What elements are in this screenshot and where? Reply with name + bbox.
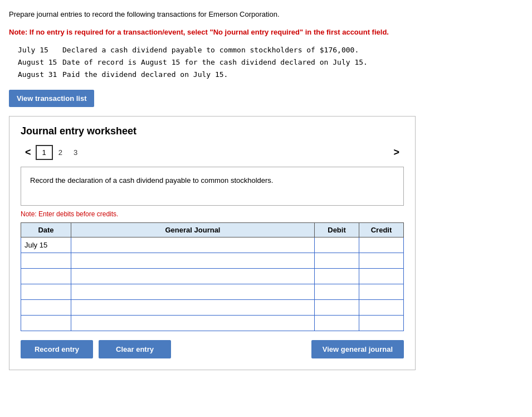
date-cell xyxy=(21,284,71,300)
transaction-item: August 15Date of record is August 15 for… xyxy=(18,56,523,69)
journal-input[interactable] xyxy=(71,253,314,268)
credit-input[interactable] xyxy=(359,269,403,284)
next-tab-button[interactable]: > xyxy=(389,146,404,159)
transaction-item: August 31Paid the dividend declared on J… xyxy=(18,69,523,81)
transaction-list: July 15Declared a cash dividend payable … xyxy=(18,44,523,81)
header-debit: Debit xyxy=(315,223,359,237)
table-row xyxy=(21,300,404,316)
record-entry-button[interactable]: Record entry xyxy=(21,340,93,358)
debit-cell[interactable] xyxy=(315,284,359,300)
date-cell xyxy=(21,253,71,269)
tx-text: Date of record is August 15 for the cash… xyxy=(62,58,368,66)
entry-description: Record the declaration of a cash dividen… xyxy=(21,167,404,206)
date-cell xyxy=(21,300,71,316)
worksheet-title: Journal entry worksheet xyxy=(21,125,404,137)
journal-cell[interactable] xyxy=(71,269,315,284)
date-cell xyxy=(21,316,71,331)
debit-input[interactable] xyxy=(315,253,359,268)
debit-input[interactable] xyxy=(315,269,359,284)
header-general-journal: General Journal xyxy=(71,223,315,237)
journal-cell[interactable] xyxy=(71,253,315,269)
table-row xyxy=(21,253,404,269)
intro-line1: Prepare journal entries to record the fo… xyxy=(9,9,523,20)
credit-cell[interactable] xyxy=(359,237,404,253)
debit-input[interactable] xyxy=(315,237,359,253)
prev-tab-button[interactable]: < xyxy=(21,146,36,159)
debit-input[interactable] xyxy=(315,284,359,299)
journal-input[interactable] xyxy=(71,269,314,284)
journal-table: Date General Journal Debit Credit July 1… xyxy=(21,222,404,331)
journal-cell[interactable] xyxy=(71,284,315,300)
journal-input[interactable] xyxy=(71,316,314,331)
header-date: Date xyxy=(21,223,71,237)
tx-label: August 31 xyxy=(18,69,62,81)
debit-note: Note: Enter debits before credits. xyxy=(21,210,404,218)
journal-input[interactable] xyxy=(71,284,314,299)
journal-input[interactable] xyxy=(71,237,314,253)
table-row: July 15 xyxy=(21,237,404,253)
credit-cell[interactable] xyxy=(359,316,404,331)
tab-1[interactable]: 1 xyxy=(36,145,53,160)
credit-input[interactable] xyxy=(359,253,403,268)
credit-input[interactable] xyxy=(359,237,403,253)
journal-cell[interactable] xyxy=(71,237,315,253)
credit-cell[interactable] xyxy=(359,253,404,269)
table-row xyxy=(21,316,404,331)
intro-section: Prepare journal entries to record the fo… xyxy=(9,9,523,37)
clear-entry-button[interactable]: Clear entry xyxy=(99,340,171,358)
view-general-journal-button[interactable]: View general journal xyxy=(311,340,404,358)
debit-cell[interactable] xyxy=(315,253,359,269)
journal-worksheet: Journal entry worksheet < 1 2 3 > Record… xyxy=(9,116,416,370)
debit-input[interactable] xyxy=(315,300,359,315)
credit-cell[interactable] xyxy=(359,284,404,300)
credit-input[interactable] xyxy=(359,316,403,331)
tx-text: Paid the dividend declared on July 15. xyxy=(62,70,228,79)
date-cell xyxy=(21,269,71,284)
action-buttons: Record entry Clear entry View general jo… xyxy=(21,340,404,358)
tx-label: August 15 xyxy=(18,56,62,69)
tab-navigation: < 1 2 3 > xyxy=(21,145,404,160)
table-row xyxy=(21,269,404,284)
credit-cell[interactable] xyxy=(359,300,404,316)
journal-input[interactable] xyxy=(71,300,314,315)
journal-cell[interactable] xyxy=(71,316,315,331)
transaction-item: July 15Declared a cash dividend payable … xyxy=(18,44,523,56)
view-transaction-list-button[interactable]: View transaction list xyxy=(9,90,94,107)
debit-cell[interactable] xyxy=(315,269,359,284)
tx-text: Declared a cash dividend payable to comm… xyxy=(62,46,359,54)
debit-input[interactable] xyxy=(315,316,359,331)
tab-2[interactable]: 2 xyxy=(53,146,68,159)
debit-cell[interactable] xyxy=(315,316,359,331)
intro-note: Note: If no entry is required for a tran… xyxy=(9,27,523,38)
credit-input[interactable] xyxy=(359,284,403,299)
header-credit: Credit xyxy=(359,223,404,237)
tx-label: July 15 xyxy=(18,44,62,56)
debit-cell[interactable] xyxy=(315,300,359,316)
date-cell: July 15 xyxy=(21,237,71,253)
credit-cell[interactable] xyxy=(359,269,404,284)
tab-3[interactable]: 3 xyxy=(68,146,83,159)
debit-cell[interactable] xyxy=(315,237,359,253)
credit-input[interactable] xyxy=(359,300,403,315)
table-row xyxy=(21,284,404,300)
journal-cell[interactable] xyxy=(71,300,315,316)
